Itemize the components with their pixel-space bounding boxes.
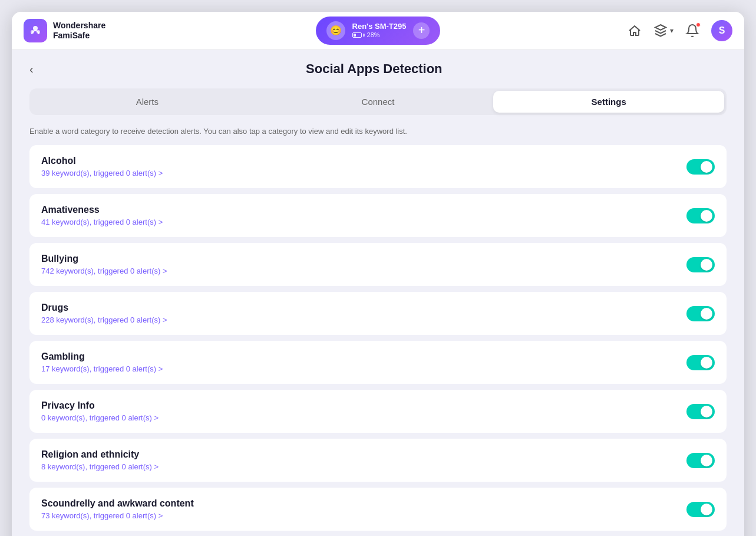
category-name-bullying: Bullying <box>41 254 167 264</box>
brand-logo-icon <box>24 19 47 42</box>
toggle-privacy-info[interactable] <box>686 404 715 419</box>
category-card-amativeness[interactable]: Amativeness 41 keyword(s), triggered 0 a… <box>29 194 727 237</box>
toggle-track-religion <box>686 453 715 468</box>
category-info-religion: Religion and ethnicity 8 keyword(s), tri… <box>41 449 159 471</box>
category-info-amativeness: Amativeness 41 keyword(s), triggered 0 a… <box>41 205 163 226</box>
toggle-track-privacy-info <box>686 404 715 419</box>
brand: Wondershare FamiSafe <box>24 19 130 42</box>
brand-line1: Wondershare <box>53 21 105 31</box>
layers-button[interactable]: ▾ <box>653 24 674 38</box>
category-info-privacy-info: Privacy Info 0 keyword(s), triggered 0 a… <box>41 400 159 422</box>
toggle-track-scoundrelly <box>686 502 715 517</box>
category-card-scoundrelly[interactable]: Scoundrelly and awkward content 73 keywo… <box>29 488 727 531</box>
toggle-drugs[interactable] <box>686 306 715 321</box>
brand-line2: FamiSafe <box>53 31 105 41</box>
nav-right: ▾ S <box>626 20 732 41</box>
category-name-privacy-info: Privacy Info <box>41 400 159 411</box>
description-text: Enable a word category to receive detect… <box>29 127 727 136</box>
tab-settings[interactable]: Settings <box>493 91 724 113</box>
battery-percent: 28% <box>367 31 380 39</box>
brand-text: Wondershare FamiSafe <box>53 21 105 41</box>
tab-alerts[interactable]: Alerts <box>32 91 263 113</box>
category-info-gambling: Gambling 17 keyword(s), triggered 0 aler… <box>41 351 163 373</box>
toggle-thumb-alcohol <box>701 161 712 173</box>
tab-connect[interactable]: Connect <box>263 91 494 113</box>
category-card-drugs[interactable]: Drugs 228 keyword(s), triggered 0 alert(… <box>29 292 727 335</box>
category-keywords-drugs[interactable]: 228 keyword(s), triggered 0 alert(s) > <box>41 315 167 324</box>
svg-point-2 <box>37 30 40 34</box>
svg-point-0 <box>33 26 38 31</box>
toggle-thumb-gambling <box>701 357 712 369</box>
page-header: ‹ Social Apps Detection <box>29 61 727 77</box>
notifications-button[interactable] <box>685 24 699 38</box>
toggle-scoundrelly[interactable] <box>686 502 715 517</box>
toggle-alcohol[interactable] <box>686 159 715 175</box>
category-card-religion[interactable]: Religion and ethnicity 8 keyword(s), tri… <box>29 439 727 482</box>
category-keywords-scoundrelly[interactable]: 73 keyword(s), triggered 0 alert(s) > <box>41 511 194 520</box>
toggle-track-alcohol <box>686 159 715 175</box>
category-keywords-privacy-info[interactable]: 0 keyword(s), triggered 0 alert(s) > <box>41 413 159 422</box>
toggle-thumb-bullying <box>701 259 712 271</box>
toggle-thumb-drugs <box>701 308 712 320</box>
top-nav: Wondershare FamiSafe 😊 Ren's SM-T295 28% <box>12 12 744 50</box>
toggle-thumb-scoundrelly <box>701 504 712 515</box>
category-name-alcohol: Alcohol <box>41 156 163 166</box>
toggle-track-gambling <box>686 355 715 370</box>
battery-icon <box>352 32 365 38</box>
notification-dot <box>696 22 701 27</box>
page-title: Social Apps Detection <box>39 61 709 77</box>
toggle-thumb-amativeness <box>701 210 712 222</box>
category-keywords-amativeness[interactable]: 41 keyword(s), triggered 0 alert(s) > <box>41 218 163 226</box>
category-info-drugs: Drugs 228 keyword(s), triggered 0 alert(… <box>41 302 167 324</box>
back-button[interactable]: ‹ <box>29 63 34 76</box>
category-card-privacy-info[interactable]: Privacy Info 0 keyword(s), triggered 0 a… <box>29 390 727 433</box>
category-keywords-gambling[interactable]: 17 keyword(s), triggered 0 alert(s) > <box>41 364 163 373</box>
toggle-amativeness[interactable] <box>686 208 715 223</box>
device-info: Ren's SM-T295 28% <box>352 22 407 39</box>
device-battery: 28% <box>352 31 407 39</box>
category-name-gambling: Gambling <box>41 351 163 362</box>
toggle-religion[interactable] <box>686 453 715 468</box>
svg-point-1 <box>31 30 34 34</box>
main-content: ‹ Social Apps Detection Alerts Connect S… <box>12 50 744 536</box>
chevron-down-icon: ▾ <box>670 27 674 35</box>
home-button[interactable] <box>628 24 642 38</box>
category-card-alcohol[interactable]: Alcohol 39 keyword(s), triggered 0 alert… <box>29 145 727 188</box>
categories-scroll[interactable]: Alcohol 39 keyword(s), triggered 0 alert… <box>29 145 727 536</box>
category-name-religion: Religion and ethnicity <box>41 449 159 460</box>
category-name-scoundrelly: Scoundrelly and awkward content <box>41 498 194 509</box>
category-keywords-alcohol[interactable]: 39 keyword(s), triggered 0 alert(s) > <box>41 169 163 177</box>
device-name: Ren's SM-T295 <box>352 22 407 31</box>
category-name-amativeness: Amativeness <box>41 205 163 215</box>
toggle-bullying[interactable] <box>686 257 715 272</box>
toggle-track-bullying <box>686 257 715 272</box>
toggle-track-amativeness <box>686 208 715 223</box>
category-info-bullying: Bullying 742 keyword(s), triggered 0 ale… <box>41 254 167 275</box>
device-avatar-icon: 😊 <box>326 21 345 40</box>
device-pill[interactable]: 😊 Ren's SM-T295 28% + <box>316 17 441 45</box>
toggle-gambling[interactable] <box>686 355 715 370</box>
add-device-button[interactable]: + <box>413 22 430 39</box>
category-name-drugs: Drugs <box>41 302 167 313</box>
toggle-thumb-religion <box>701 455 712 466</box>
app-window: Wondershare FamiSafe 😊 Ren's SM-T295 28% <box>12 12 744 536</box>
category-keywords-bullying[interactable]: 742 keyword(s), triggered 0 alert(s) > <box>41 267 167 275</box>
category-info-alcohol: Alcohol 39 keyword(s), triggered 0 alert… <box>41 156 163 177</box>
toggle-thumb-privacy-info <box>701 406 712 417</box>
tabs-bar: Alerts Connect Settings <box>29 88 727 115</box>
category-info-scoundrelly: Scoundrelly and awkward content 73 keywo… <box>41 498 194 520</box>
user-avatar[interactable]: S <box>711 20 732 41</box>
category-card-gambling[interactable]: Gambling 17 keyword(s), triggered 0 aler… <box>29 341 727 384</box>
toggle-track-drugs <box>686 306 715 321</box>
nav-center: 😊 Ren's SM-T295 28% + <box>130 17 626 45</box>
category-card-bullying[interactable]: Bullying 742 keyword(s), triggered 0 ale… <box>29 243 727 286</box>
category-keywords-religion[interactable]: 8 keyword(s), triggered 0 alert(s) > <box>41 462 159 471</box>
